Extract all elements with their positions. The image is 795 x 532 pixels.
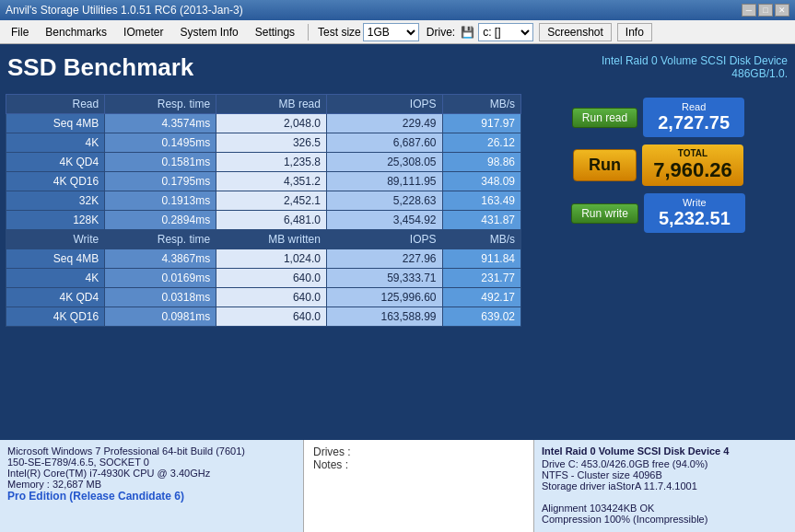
bottom-area: Microsoft Windows 7 Professional 64-bit …	[0, 440, 795, 532]
read-table-row: 4K QD160.1795ms4,351.289,111.95348.09	[6, 172, 521, 191]
title-bar-text: Anvil's Storage Utilities 1.0.51 RC6 (20…	[6, 4, 243, 17]
storage-driver: Storage driver iaStorA 11.7.4.1001	[542, 480, 788, 492]
maximize-button[interactable]: □	[758, 4, 773, 17]
read-mbs: 98.86	[442, 153, 520, 172]
test-size-label: Test size	[318, 26, 361, 39]
write-row-label: Seq 4MB	[6, 249, 105, 269]
benchmark-table: Read Resp. time MB read IOPS MB/s Seq 4M…	[6, 94, 521, 436]
write-col-iops: IOPS	[326, 230, 442, 249]
cpu-info: Intel(R) Core(TM) i7-4930K CPU @ 3.40GHz	[7, 468, 296, 479]
write-mb: 640.0	[216, 307, 327, 327]
write-iops: 59,333.71	[326, 269, 442, 288]
read-row-label: 128K	[6, 211, 105, 230]
write-row-label: 4K QD4	[6, 288, 105, 307]
read-mbs: 26.12	[442, 133, 520, 153]
read-mb: 1,235.8	[216, 153, 327, 172]
read-mbs: 163.49	[442, 191, 520, 211]
write-score-label: Write	[653, 197, 736, 208]
read-resp-time: 4.3574ms	[105, 114, 216, 133]
drive-select[interactable]: c: []	[478, 23, 533, 41]
read-table-row: Seq 4MB4.3574ms2,048.0229.49917.97	[6, 114, 521, 133]
memory-info: Memory : 32,687 MB	[7, 479, 296, 490]
read-row-label: 32K	[6, 191, 105, 211]
read-resp-time: 0.1581ms	[105, 153, 216, 172]
write-iops: 163,588.99	[326, 307, 442, 327]
write-table-row: Seq 4MB4.3867ms1,024.0227.96911.84	[6, 249, 521, 269]
write-mb: 640.0	[216, 269, 327, 288]
write-resp-time: 0.0981ms	[105, 307, 216, 327]
menu-file[interactable]: File	[4, 24, 36, 40]
write-mb: 1,024.0	[216, 249, 327, 269]
read-iops: 89,111.95	[326, 172, 442, 191]
read-resp-time: 0.2894ms	[105, 211, 216, 230]
read-row-label: 4K	[6, 133, 105, 153]
read-score-value: 2,727.75	[652, 112, 735, 133]
compression-info: Compression 100% (Incompressible)	[542, 514, 788, 525]
minimize-button[interactable]: ─	[742, 4, 756, 17]
menu-iometer[interactable]: IOmeter	[116, 24, 170, 40]
write-row-label: 4K QD16	[6, 307, 105, 327]
write-mbs: 911.84	[442, 249, 520, 269]
write-table-row: 4K0.0169ms640.059,333.71231.77	[6, 269, 521, 288]
main-content: Read Resp. time MB read IOPS MB/s Seq 4M…	[0, 90, 795, 440]
disk-drive-c: Drive C: 453.0/426.0GB free (94.0%)	[542, 458, 788, 469]
app-header: SSD Benchmark Intel Raid 0 Volume SCSI D…	[0, 44, 795, 90]
bios-info: 150-SE-E789/4.6.5, SOCKET 0	[7, 457, 296, 468]
test-size-select[interactable]: 1GB 512MB 256MB	[363, 23, 419, 41]
device-name: Intel Raid 0 Volume SCSI Disk Device	[602, 54, 788, 67]
menu-system-info[interactable]: System Info	[172, 24, 245, 40]
read-row-label: Seq 4MB	[6, 114, 105, 133]
ssd-benchmark-title: SSD Benchmark	[7, 53, 193, 82]
disk-ntfs: NTFS - Cluster size 4096B	[542, 469, 788, 480]
disk-info-panel: Intel Raid 0 Volume SCSI Disk Device 4 D…	[534, 440, 795, 532]
run-write-button[interactable]: Run write	[571, 203, 638, 224]
read-row-label: 4K QD4	[6, 153, 105, 172]
read-mb: 6,481.0	[216, 211, 327, 230]
notes-label: Notes :	[313, 458, 524, 471]
write-score-box: Write 5,232.51	[644, 193, 745, 233]
read-mbs: 348.09	[442, 172, 520, 191]
write-section-label: Write	[6, 230, 105, 249]
read-table-row: 128K0.2894ms6,481.03,454.92431.87	[6, 211, 521, 230]
write-mb: 640.0	[216, 288, 327, 307]
total-score-value: 7,960.26	[651, 158, 734, 182]
col-header-mbread: MB read	[216, 95, 327, 114]
screenshot-button[interactable]: Screenshot	[539, 23, 612, 41]
read-resp-time: 0.1495ms	[105, 133, 216, 153]
col-header-mbs: MB/s	[442, 95, 520, 114]
col-header-read: Read	[6, 95, 105, 114]
read-iops: 6,687.60	[326, 133, 442, 153]
read-resp-time: 0.1795ms	[105, 172, 216, 191]
menu-settings[interactable]: Settings	[248, 24, 302, 40]
read-iops: 3,454.92	[326, 211, 442, 230]
read-score-label: Read	[652, 101, 735, 112]
write-col-mbs: MB/s	[442, 230, 520, 249]
title-bar-buttons: ─ □ ✕	[742, 4, 789, 17]
write-table-row: 4K QD160.0981ms640.0163,588.99639.02	[6, 307, 521, 327]
write-col-mbwritten: MB written	[216, 230, 327, 249]
write-mbs: 639.02	[442, 307, 520, 327]
write-resp-time: 0.0318ms	[105, 288, 216, 307]
disk-blank	[542, 492, 788, 503]
pro-edition-label: Pro Edition (Release Candidate 6)	[7, 490, 296, 503]
info-button[interactable]: Info	[617, 23, 652, 41]
read-mbs: 917.97	[442, 114, 520, 133]
read-iops: 229.49	[326, 114, 442, 133]
total-score-box: TOTAL 7,960.26	[642, 145, 743, 186]
read-row-label: 4K QD16	[6, 172, 105, 191]
write-resp-time: 4.3867ms	[105, 249, 216, 269]
read-mb: 4,351.2	[216, 172, 327, 191]
write-col-resptime: Resp. time	[105, 230, 216, 249]
separator	[308, 24, 309, 40]
read-mb: 326.5	[216, 133, 327, 153]
read-iops: 25,308.05	[326, 153, 442, 172]
read-table-row: 4K0.1495ms326.56,687.6026.12	[6, 133, 521, 153]
title-bar: Anvil's Storage Utilities 1.0.51 RC6 (20…	[0, 0, 795, 20]
close-button[interactable]: ✕	[775, 4, 789, 17]
menu-benchmarks[interactable]: Benchmarks	[38, 24, 114, 40]
read-table-row: 32K0.1913ms2,452.15,228.63163.49	[6, 191, 521, 211]
run-button[interactable]: Run	[573, 149, 637, 181]
device-size: 486GB/1.0.	[602, 67, 788, 80]
run-read-button[interactable]: Run read	[572, 108, 637, 128]
write-resp-time: 0.0169ms	[105, 269, 216, 288]
